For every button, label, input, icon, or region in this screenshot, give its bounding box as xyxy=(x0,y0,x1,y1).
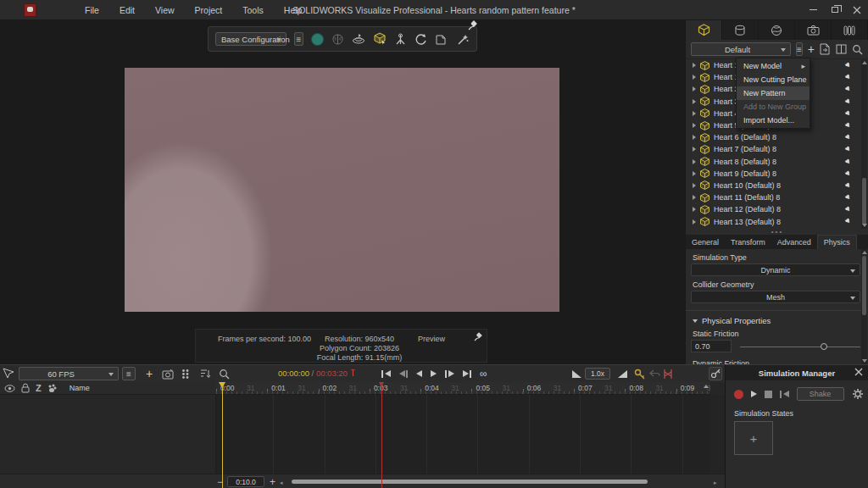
camera-tripod-button[interactable] xyxy=(394,31,407,47)
expand-icon[interactable] xyxy=(693,123,696,128)
scrollbar-thumb[interactable] xyxy=(862,178,866,225)
physical-properties-section[interactable]: Physical Properties xyxy=(693,316,868,325)
expand-icon[interactable] xyxy=(693,111,696,116)
keyframe-grid-button[interactable] xyxy=(180,367,193,380)
context-menu-item[interactable]: New Cutting Plane xyxy=(737,73,810,86)
menu-item[interactable]: File xyxy=(75,0,109,20)
new-project-button[interactable] xyxy=(435,31,448,47)
model-set-select[interactable]: Default xyxy=(691,42,791,56)
reset-camera-button[interactable] xyxy=(415,31,427,47)
horizontal-scrollbar[interactable] xyxy=(285,479,709,485)
preview-mode-button[interactable] xyxy=(311,31,324,47)
expand-icon[interactable] xyxy=(693,99,696,104)
playback-speed-input[interactable]: 1.0x xyxy=(585,368,610,380)
ramp-in-button[interactable] xyxy=(570,367,583,380)
property-tab[interactable]: Transform xyxy=(725,236,771,249)
record-button[interactable] xyxy=(734,390,743,399)
lock-icon[interactable] xyxy=(21,383,30,393)
expand-icon[interactable] xyxy=(693,183,696,188)
stop-simulation-button[interactable] xyxy=(765,391,772,398)
menu-item[interactable]: Tools xyxy=(232,0,274,20)
expand-icon[interactable] xyxy=(693,171,696,176)
playhead-flag-icon[interactable] xyxy=(219,382,225,388)
minimize-button[interactable] xyxy=(802,0,824,20)
tree-row[interactable]: Heart 11 (Default) 8 ♥ xyxy=(686,191,862,203)
model-set-menu-button[interactable]: ≡ xyxy=(796,42,803,56)
property-tab[interactable]: Physics xyxy=(817,235,857,249)
gear-icon[interactable] xyxy=(852,388,864,400)
tab-environments[interactable] xyxy=(759,20,795,40)
menu-item[interactable]: View xyxy=(145,0,185,20)
tab-scenes[interactable] xyxy=(832,20,868,40)
motion-study-menu-button[interactable]: ≡ xyxy=(122,367,136,380)
expand-icon[interactable] xyxy=(693,159,696,164)
curve-mode-icon[interactable]: Z xyxy=(36,383,42,393)
close-button[interactable] xyxy=(846,0,868,20)
denoiser-button[interactable] xyxy=(331,31,344,47)
end-time-marker[interactable] xyxy=(381,382,382,488)
tree-row[interactable]: Heart 6 (Default) 8 ♥ xyxy=(686,131,862,143)
configuration-select[interactable]: Base Configuration xyxy=(215,32,287,46)
scroll-up-icon[interactable] xyxy=(862,251,867,254)
ruler-scroll-icon[interactable] xyxy=(704,385,709,388)
search-button[interactable] xyxy=(852,42,863,56)
zoom-range-input[interactable]: 0:10.0 xyxy=(227,476,264,487)
menu-item[interactable]: Help xyxy=(274,0,313,20)
menu-item[interactable]: Project xyxy=(185,0,233,20)
fps-select[interactable]: 60 FPS xyxy=(19,367,119,380)
scrollbar-thumb[interactable] xyxy=(292,480,648,484)
close-icon[interactable] xyxy=(854,368,863,376)
tree-row[interactable]: Heart 8 (Default) 8 ♥ xyxy=(686,156,862,168)
restore-button[interactable] xyxy=(824,0,846,20)
scroll-left-icon[interactable]: ◂ xyxy=(280,480,283,486)
context-menu-item[interactable]: New Pattern xyxy=(737,86,810,100)
tree-scrollbar[interactable] xyxy=(861,59,867,229)
timeline-ruler[interactable]: 0:00 31 0:01 31 0:02 31 0:03 31 0:04 31 … xyxy=(216,382,710,395)
skip-start-button[interactable] xyxy=(381,370,391,378)
tree-row[interactable]: Heart 9 (Default) 8 ♥ xyxy=(686,168,862,180)
expand-icon[interactable] xyxy=(693,195,696,200)
collider-geometry-select[interactable]: Mesh xyxy=(691,291,860,303)
wizard-button[interactable] xyxy=(456,31,470,47)
add-keyframe-button[interactable]: + xyxy=(142,367,156,380)
expand-icon[interactable] xyxy=(693,147,696,152)
tree-row[interactable]: Heart 12 (Default) 8 ♥ xyxy=(686,203,862,215)
play-reverse-button[interactable] xyxy=(416,370,422,377)
ramp-out-button[interactable] xyxy=(615,367,629,380)
fast-mode-button[interactable] xyxy=(373,31,387,47)
playhead[interactable] xyxy=(222,382,223,488)
static-friction-slider[interactable] xyxy=(740,341,860,352)
timeline-search-button[interactable] xyxy=(217,367,231,380)
trim-button[interactable] xyxy=(661,367,675,380)
expand-icon[interactable] xyxy=(693,75,696,80)
pin-icon[interactable] xyxy=(473,332,482,342)
play-button[interactable] xyxy=(431,370,437,377)
physics-filter-icon[interactable] xyxy=(47,384,57,393)
tree-row[interactable]: Heart 10 (Default) 8 ♥ xyxy=(686,180,862,191)
viewport[interactable]: Base Configuration ≡ Frames per second: … xyxy=(0,20,685,364)
expand-icon[interactable] xyxy=(693,219,696,225)
rewind-simulation-button[interactable] xyxy=(780,391,789,398)
property-tab[interactable]: General xyxy=(686,236,725,249)
tab-models[interactable] xyxy=(686,20,722,40)
render-animation-button[interactable] xyxy=(161,367,175,380)
keyframe-select-tool[interactable] xyxy=(0,365,14,382)
tab-cameras[interactable] xyxy=(795,20,832,40)
simulation-manager-header[interactable]: Simulation Manager xyxy=(726,365,868,380)
step-back-button[interactable] xyxy=(399,370,409,378)
turntable-button[interactable] xyxy=(352,31,365,47)
split-view-button[interactable] xyxy=(836,42,847,56)
autokey-button[interactable] xyxy=(632,367,646,380)
physics-scrollbar[interactable] xyxy=(861,249,867,364)
static-friction-input[interactable]: 0.70 xyxy=(691,340,732,352)
expand-icon[interactable] xyxy=(693,86,696,92)
property-tab[interactable]: Advanced xyxy=(771,236,817,249)
render-image[interactable] xyxy=(125,68,559,312)
scroll-right-icon[interactable]: ▸ xyxy=(714,480,717,486)
scroll-down-icon[interactable] xyxy=(862,359,867,363)
loop-button[interactable]: ∞ xyxy=(480,369,487,378)
context-menu-item[interactable]: Add to New Group xyxy=(737,100,810,114)
pin-icon[interactable] xyxy=(467,20,477,31)
expand-icon[interactable] xyxy=(693,207,696,212)
add-simulation-state-button[interactable]: + xyxy=(734,421,773,455)
